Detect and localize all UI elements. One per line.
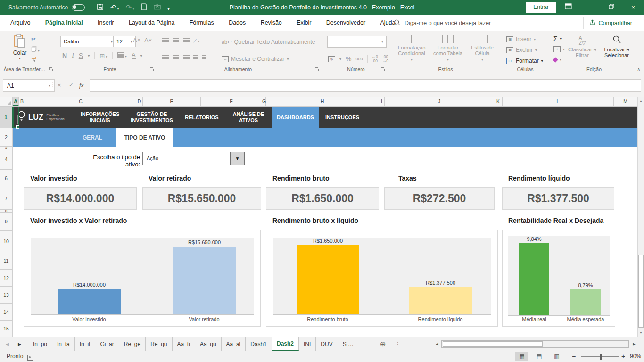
sheet-tab-aa_ti[interactable]: Aa_ti xyxy=(173,337,195,351)
save-icon[interactable] xyxy=(97,3,104,12)
ribbon-display-options-icon[interactable] xyxy=(557,0,579,15)
tab-overflow-icon[interactable]: ⋮ xyxy=(395,337,401,351)
column-header-b[interactable]: B xyxy=(19,97,25,106)
accounting-format-icon[interactable]: $ xyxy=(328,56,335,62)
tab-arquivo[interactable]: Arquivo xyxy=(4,15,37,31)
alignment-dialog-launcher[interactable] xyxy=(315,67,319,72)
fill-button[interactable]: ↓▾ xyxy=(553,46,565,52)
nav-relatorios[interactable]: RELATÓRIOS xyxy=(180,107,223,128)
hscroll-left-icon[interactable]: ◀ xyxy=(434,340,440,348)
horizontal-scrollbar-thumb[interactable] xyxy=(443,341,543,347)
chart-rentabilidade[interactable]: 9,84% 8,79% Média real Média esperada xyxy=(502,230,615,327)
zoom-out-icon[interactable]: − xyxy=(572,353,576,360)
nav-gestao-de-investimentos[interactable]: GESTÃO DEINVESTIMENTOS xyxy=(124,107,179,128)
select-all-corner[interactable] xyxy=(0,97,13,107)
autosave-toggle[interactable] xyxy=(72,4,85,11)
format-painter-icon[interactable] xyxy=(31,57,40,64)
bar-media-esperada[interactable] xyxy=(570,289,601,315)
tab-inserir[interactable]: Inserir xyxy=(91,15,121,31)
percent-style-icon[interactable]: % xyxy=(346,55,351,63)
bar-valor-investido[interactable] xyxy=(58,289,121,314)
zoom-in-icon[interactable]: + xyxy=(621,353,625,360)
zoom-level[interactable]: 90% xyxy=(630,353,641,360)
paste-button[interactable]: Colar ▾ xyxy=(8,34,31,60)
row-header-1[interactable]: 1 xyxy=(0,107,13,128)
font-color-icon[interactable]: A xyxy=(132,52,136,59)
undo-icon[interactable]: ↶▾ xyxy=(110,0,119,15)
zoom-slider-thumb[interactable] xyxy=(600,354,602,360)
vertical-scrollbar[interactable]: ▲ ▼ xyxy=(637,97,644,337)
italic-button[interactable]: I xyxy=(72,52,74,59)
find-select-button[interactable]: Localizar e Selecionar xyxy=(598,35,636,58)
bold-button[interactable]: N xyxy=(62,52,67,59)
nav-analise-de-ativos[interactable]: ANÁLISE DEATIVOS xyxy=(226,107,271,128)
subtab-tipo-de-ativo[interactable]: TIPO DE ATIVO xyxy=(116,128,173,147)
vertical-align-buttons[interactable]: ⟋▾ xyxy=(162,38,200,44)
clear-button[interactable]: ▾ xyxy=(553,58,561,62)
sign-in-button[interactable]: Entrar xyxy=(526,2,556,13)
formula-input[interactable] xyxy=(90,79,641,92)
sheet-tab-ini[interactable]: INI xyxy=(299,337,316,351)
column-header-h[interactable]: H xyxy=(266,97,379,106)
new-sheet-icon[interactable]: ⊕ xyxy=(380,337,386,351)
sheet-tab-aa_al[interactable]: Aa_al xyxy=(222,337,246,351)
font-dialog-launcher[interactable] xyxy=(150,67,154,72)
number-format-select[interactable]: ▾ xyxy=(327,36,387,48)
asset-type-dropdown-arrow[interactable]: ▼ xyxy=(230,152,245,165)
page-layout-view-icon[interactable]: ▤ xyxy=(533,352,546,361)
clipboard-dialog-launcher[interactable] xyxy=(49,67,53,72)
horizontal-scrollbar[interactable] xyxy=(441,340,629,348)
row-header-9[interactable]: 9 xyxy=(0,213,13,231)
chart-bruto-liquido[interactable]: R$1.650.000 R$1.377.500 Rendimento bruto… xyxy=(266,230,498,327)
page-break-view-icon[interactable]: ▥ xyxy=(550,352,563,361)
sheet-tab-in_if[interactable]: In_if xyxy=(75,337,96,351)
close-button[interactable]: × xyxy=(622,0,644,15)
sheet-tab-duv[interactable]: DUV xyxy=(316,337,338,351)
sheet-tab-s-truncated[interactable]: S … xyxy=(338,337,358,351)
hscroll-right-icon[interactable]: ▶ xyxy=(631,340,637,348)
orientation-icon[interactable]: ⟋▾ xyxy=(193,38,200,44)
nav-instrucoes[interactable]: INSTRUÇÕES xyxy=(319,107,365,128)
column-header-i[interactable]: I xyxy=(379,97,385,106)
borders-icon[interactable]: ⊞▾ xyxy=(99,52,107,59)
print-preview-icon[interactable] xyxy=(141,3,147,12)
sheet-tab-in_ta[interactable]: In_ta xyxy=(52,337,75,351)
bar-media-real[interactable] xyxy=(519,243,549,315)
tab-revisao[interactable]: Revisão xyxy=(254,15,289,31)
restore-button[interactable] xyxy=(601,0,622,15)
column-header-f[interactable]: F xyxy=(201,97,262,106)
normal-view-icon[interactable]: ▦ xyxy=(515,352,528,361)
column-header-j[interactable]: J xyxy=(385,97,494,106)
row-header-14[interactable]: 14 xyxy=(0,304,13,321)
bar-valor-retirado[interactable] xyxy=(173,247,236,314)
cut-icon[interactable]: ✂ xyxy=(31,36,40,42)
sheet-tab-aa_qu[interactable]: Aa_qu xyxy=(195,337,222,351)
row-header-6[interactable]: 6 xyxy=(0,170,13,187)
collapse-ribbon-icon[interactable]: ∧ xyxy=(637,67,640,72)
nav-dashboards[interactable]: DASHBOARDS xyxy=(272,107,319,128)
chart-investido-retirado[interactable]: R$14.000.000 R$15.650.000 Valor investid… xyxy=(24,230,261,327)
tab-desenvolvedor[interactable]: Desenvolvedor xyxy=(320,15,372,31)
minimize-button[interactable]: — xyxy=(579,0,601,15)
row-header-10[interactable]: 10 xyxy=(0,231,13,252)
number-dialog-launcher[interactable] xyxy=(381,67,385,72)
font-size-select[interactable]: 12▾ xyxy=(113,36,136,47)
comma-style-icon[interactable]: 000 xyxy=(355,57,363,61)
format-cells-button[interactable]: ⊡Formatar▾ xyxy=(506,58,543,64)
row-header-4[interactable]: 4 xyxy=(0,149,13,170)
bar-rendimento-liquido[interactable] xyxy=(409,287,472,314)
tab-formulas[interactable]: Fórmulas xyxy=(183,15,221,31)
column-header-d[interactable]: D xyxy=(136,97,143,106)
tell-me-search[interactable]: Diga-me o que você deseja fazer xyxy=(394,15,491,31)
bar-rendimento-bruto[interactable] xyxy=(297,245,359,314)
column-header-c[interactable]: C xyxy=(25,97,136,106)
row-header-15[interactable]: 15 xyxy=(0,321,13,337)
column-header-l[interactable]: L xyxy=(503,97,614,106)
vertical-scrollbar-thumb[interactable] xyxy=(638,255,644,328)
macro-record-icon[interactable] xyxy=(27,355,33,361)
underline-button[interactable]: S xyxy=(79,52,83,59)
asset-type-dropdown[interactable]: Ação xyxy=(142,152,230,165)
insert-function-icon[interactable]: fx xyxy=(79,79,83,91)
name-box[interactable]: A1 ▾ xyxy=(3,79,55,92)
scroll-up-icon[interactable]: ▲ xyxy=(638,97,644,106)
